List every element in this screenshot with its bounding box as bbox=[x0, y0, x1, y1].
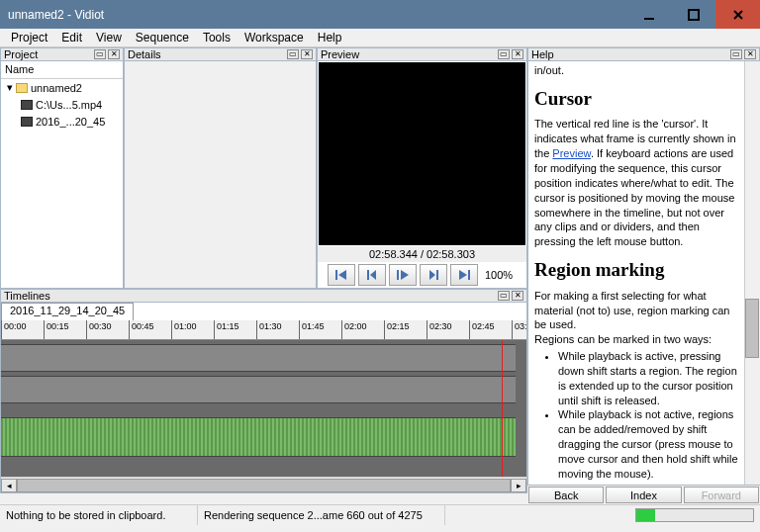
sequence-icon bbox=[21, 117, 33, 127]
timeline-ruler[interactable]: 00:0000:1500:3000:4501:0001:1501:3001:45… bbox=[1, 320, 526, 340]
menu-help[interactable]: Help bbox=[311, 31, 349, 44]
play-button[interactable] bbox=[389, 264, 417, 286]
details-body bbox=[124, 61, 317, 289]
column-name[interactable]: Name bbox=[1, 61, 123, 79]
details-panel-title[interactable]: Details ▭ ✕ bbox=[124, 47, 317, 61]
project-tree: Name ▾ unnamed2 C:\Us...5.mp4 2016_...20… bbox=[0, 61, 124, 289]
video-track-1[interactable] bbox=[1, 344, 516, 372]
goto-start-button[interactable] bbox=[328, 264, 355, 286]
help-text: For making a first selecting for what ma… bbox=[534, 289, 739, 333]
scroll-right-icon[interactable]: ▸ bbox=[511, 479, 526, 492]
help-forward-button: Forward bbox=[684, 487, 759, 503]
tree-root[interactable]: ▾ unnamed2 bbox=[1, 79, 123, 96]
scroll-thumb[interactable] bbox=[745, 299, 759, 358]
panel-float-icon[interactable]: ▭ bbox=[287, 49, 299, 59]
ruler-tick: 01:45 bbox=[299, 320, 300, 339]
folder-icon bbox=[16, 83, 28, 93]
panel-close-icon[interactable]: ✕ bbox=[512, 291, 523, 301]
panel-float-icon[interactable]: ▭ bbox=[498, 291, 510, 301]
help-back-button[interactable]: Back bbox=[528, 487, 604, 503]
ruler-tick: 02:00 bbox=[341, 320, 342, 339]
timeline-tab[interactable]: 2016_11_29_14_20_45 bbox=[1, 303, 134, 320]
video-track-2[interactable] bbox=[1, 376, 516, 403]
tree-file-1[interactable]: C:\Us...5.mp4 bbox=[1, 96, 123, 113]
panel-close-icon[interactable]: ✕ bbox=[301, 49, 313, 59]
help-content[interactable]: in/out. Cursor The vertical red line is … bbox=[527, 61, 760, 485]
status-clipboard: Nothing to be stored in clipboard. bbox=[0, 505, 198, 525]
help-panel-title[interactable]: Help ▭ ✕ bbox=[527, 47, 760, 61]
panel-float-icon[interactable]: ▭ bbox=[94, 49, 106, 59]
panel-close-icon[interactable]: ✕ bbox=[512, 49, 523, 59]
ruler-tick: 01:00 bbox=[171, 320, 172, 339]
preview-link[interactable]: Preview bbox=[552, 147, 591, 159]
ruler-tick: 03:00 bbox=[512, 320, 513, 339]
svg-rect-0 bbox=[644, 18, 654, 20]
step-forward-button[interactable] bbox=[420, 264, 447, 286]
audio-track[interactable] bbox=[1, 417, 516, 457]
ruler-tick: 02:45 bbox=[469, 320, 470, 339]
scroll-thumb[interactable] bbox=[17, 479, 511, 492]
ruler-tick: 00:15 bbox=[44, 320, 45, 339]
timeline-tracks[interactable] bbox=[1, 340, 526, 477]
svg-rect-6 bbox=[468, 270, 470, 280]
panel-close-icon[interactable]: ✕ bbox=[744, 49, 756, 59]
step-back-button[interactable] bbox=[358, 264, 386, 286]
svg-rect-2 bbox=[335, 270, 337, 280]
menubar: Project Edit View Sequence Tools Workspa… bbox=[0, 29, 760, 47]
menu-workspace[interactable]: Workspace bbox=[238, 31, 311, 44]
ruler-tick: 00:00 bbox=[1, 320, 2, 339]
project-panel-title[interactable]: Project ▭ ✕ bbox=[0, 47, 124, 61]
ruler-tick: 01:15 bbox=[214, 320, 215, 339]
maximize-button[interactable] bbox=[671, 0, 715, 29]
ruler-tick: 00:30 bbox=[86, 320, 87, 339]
preview-zoom[interactable]: 100% bbox=[481, 269, 517, 281]
clip-icon bbox=[21, 100, 33, 110]
cursor-line[interactable] bbox=[502, 340, 503, 477]
goto-end-button[interactable] bbox=[450, 264, 478, 286]
timeline-scrollbar[interactable]: ◂ ▸ bbox=[1, 477, 526, 492]
status-render: Rendering sequence 2...ame 660 out of 42… bbox=[198, 505, 445, 525]
preview-timecode: 02:58.344 / 02:58.303 bbox=[318, 246, 526, 262]
tree-file-2[interactable]: 2016_...20_45 bbox=[1, 113, 123, 130]
help-list-item: While playback is not active, regions ca… bbox=[558, 407, 739, 481]
minimize-button[interactable] bbox=[626, 0, 671, 29]
timeline-tabs: 2016_11_29_14_20_45 bbox=[1, 303, 526, 320]
panel-float-icon[interactable]: ▭ bbox=[730, 49, 742, 59]
window-title: unnamed2 - Vidiot bbox=[8, 8, 626, 22]
ruler-tick: 00:45 bbox=[129, 320, 130, 339]
menu-sequence[interactable]: Sequence bbox=[129, 31, 196, 44]
menu-edit[interactable]: Edit bbox=[54, 31, 89, 44]
svg-rect-4 bbox=[397, 270, 399, 280]
help-index-button[interactable]: Index bbox=[606, 487, 681, 503]
menu-project[interactable]: Project bbox=[4, 31, 54, 44]
help-list-item: While playback is active, pressing down … bbox=[558, 349, 739, 407]
svg-rect-3 bbox=[367, 270, 369, 280]
menu-view[interactable]: View bbox=[89, 31, 129, 44]
statusbar: Nothing to be stored in clipboard. Rende… bbox=[0, 504, 760, 525]
ruler-tick: 02:15 bbox=[384, 320, 385, 339]
scroll-left-icon[interactable]: ◂ bbox=[1, 479, 17, 492]
render-progress bbox=[635, 508, 754, 522]
help-text: in/out. bbox=[534, 63, 739, 78]
panel-close-icon[interactable]: ✕ bbox=[108, 49, 120, 59]
help-heading-region: Region marking bbox=[534, 257, 739, 283]
close-button[interactable] bbox=[715, 0, 760, 29]
preview-panel-title[interactable]: Preview ▭ ✕ bbox=[317, 47, 527, 61]
help-scrollbar[interactable] bbox=[744, 61, 760, 485]
ruler-tick: 01:30 bbox=[256, 320, 257, 339]
panel-float-icon[interactable]: ▭ bbox=[498, 49, 510, 59]
menu-tools[interactable]: Tools bbox=[196, 31, 238, 44]
ruler-tick: 02:30 bbox=[427, 320, 428, 339]
preview-video[interactable] bbox=[319, 62, 525, 245]
svg-rect-5 bbox=[436, 270, 438, 280]
titlebar[interactable]: unnamed2 - Vidiot bbox=[0, 0, 760, 29]
timelines-panel-title[interactable]: Timelines ▭ ✕ bbox=[0, 289, 527, 303]
help-text: The vertical red line is the 'cursor'. I… bbox=[534, 117, 739, 249]
help-text: Regions can be marked in two ways: bbox=[534, 332, 739, 347]
svg-rect-1 bbox=[689, 10, 699, 20]
help-heading-cursor: Cursor bbox=[534, 86, 739, 112]
